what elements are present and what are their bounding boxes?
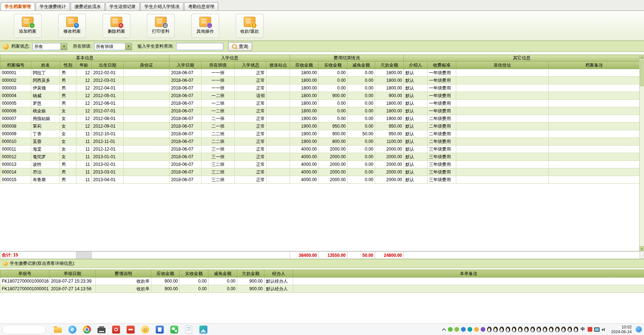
main-column-header-13[interactable]: 欠款金额 <box>375 61 404 69</box>
payment-row[interactable]: FK180727000010000162018-07-27 15:23:39收款… <box>0 278 644 285</box>
tray-expand-icon[interactable] <box>442 327 446 332</box>
payment-column-header-4[interactable]: 实收金额 <box>180 270 208 278</box>
red-app-icon-1[interactable] <box>111 325 121 334</box>
tray-red-icon[interactable] <box>588 327 592 332</box>
payment-column-header-6[interactable]: 欠款金额 <box>237 270 265 278</box>
tab-payment-stats[interactable]: 学生缴费统计 <box>36 2 70 11</box>
qq-penguin-icon[interactable] <box>543 327 547 332</box>
main-column-header-9[interactable]: 接送站点 <box>267 61 290 69</box>
main-column-header-12[interactable]: 减免金额 <box>347 61 375 69</box>
student-row[interactable]: 000002阿西莫多男122012-03-012018-06-07一一班正常18… <box>0 77 640 84</box>
tray-monitor-icon[interactable] <box>594 327 600 332</box>
qq-penguin-icon[interactable] <box>574 327 578 332</box>
qq-penguin-icon[interactable] <box>568 327 572 332</box>
tab-leave-records[interactable]: 学生请假记录 <box>106 2 140 11</box>
add-archive-button[interactable]: ＋添加档案 <box>14 14 41 38</box>
student-row[interactable]: 000005罗恩男122012-06-012018-06-07一二班正常1800… <box>0 100 640 107</box>
main-column-header-11[interactable]: 实收金额 <box>319 61 347 69</box>
payment-column-header-8[interactable]: 本单备注 <box>293 270 644 278</box>
student-row[interactable]: 000015布鲁斯男112013-04-012018-06-07三二班正常400… <box>0 176 640 184</box>
tab-referral-enrollment[interactable]: 学生介绍入学情况 <box>140 2 183 11</box>
student-row[interactable]: 000014乔治男112013-03-012018-06-07三二班正常4000… <box>0 168 640 176</box>
chevron-down-icon[interactable]: ▼ <box>125 43 132 50</box>
main-column-header-3[interactable]: 年龄 <box>76 61 92 69</box>
qq-penguin-icon[interactable] <box>555 327 560 332</box>
student-row[interactable]: 000007拇指姑娘女122012-08-012018-06-07二一班正常19… <box>0 115 640 123</box>
chrome-icon[interactable] <box>82 325 92 334</box>
other-operations-button[interactable]: …其他操作 <box>191 14 219 38</box>
archive-status-dropdown[interactable]: 所有 ▼ <box>32 43 67 50</box>
qq-penguin-icon[interactable] <box>500 327 504 332</box>
student-row[interactable]: 000003伊莫顿男122012-04-012018-06-07一一班正常180… <box>0 84 640 92</box>
student-row[interactable]: 000012曼陀罗女112013-01-012018-06-07三一班正常400… <box>0 153 640 161</box>
main-column-header-10[interactable]: 应收金额 <box>290 61 319 69</box>
folder-icon[interactable] <box>53 325 63 334</box>
ie-browser-icon[interactable]: e <box>68 325 77 334</box>
payment-column-header-0[interactable]: 单据号 <box>0 270 49 278</box>
payment-column-header-2[interactable]: 费项说明 <box>96 270 151 278</box>
student-search-input[interactable] <box>176 43 223 50</box>
notification-badge-icon[interactable] <box>636 326 642 332</box>
print-material-button[interactable]: ▤打印资料 <box>147 14 175 38</box>
tab-student-archive[interactable]: 学生档案管理 <box>1 2 35 11</box>
main-column-header-15[interactable]: 收费标准 <box>428 61 456 69</box>
scroll-up-arrow-icon[interactable]: ▲ <box>640 55 644 59</box>
qq-penguin-icon[interactable] <box>493 327 498 332</box>
class-dropdown[interactable]: 所有班级 ▼ <box>94 43 132 50</box>
payment-row[interactable]: FK180727000010000012018-07-27 14:13:56收款… <box>0 285 644 293</box>
chevron-down-icon[interactable]: ▼ <box>60 43 67 50</box>
delete-archive-button[interactable]: ✕删除档案 <box>103 14 130 38</box>
qq-penguin-icon[interactable] <box>561 327 566 332</box>
qq-penguin-icon[interactable] <box>506 327 510 332</box>
tray-app-icon-2[interactable] <box>454 327 459 332</box>
student-row[interactable]: 000010芙蓉女112012-11-012018-06-07二二班正常1900… <box>0 138 640 145</box>
red-app-icon-2[interactable] <box>126 325 135 334</box>
payment-column-header-3[interactable]: 应收金额 <box>151 270 180 278</box>
qq-penguin-icon[interactable] <box>512 327 516 332</box>
student-row[interactable]: 000008茉莉女122012-09-012018-06-07二一班正常1900… <box>0 123 640 130</box>
query-button[interactable]: 查询 <box>228 42 252 51</box>
printer-icon[interactable] <box>97 325 106 334</box>
main-column-header-2[interactable]: 性别 <box>60 61 76 69</box>
vertical-scrollbar[interactable]: ▲ ▼ <box>639 55 644 251</box>
scroll-down-arrow-icon[interactable]: ▼ <box>640 246 644 251</box>
tray-app-icon-1[interactable] <box>448 327 453 332</box>
main-column-header-14[interactable]: 介绍人 <box>404 61 428 69</box>
ime-indicator[interactable]: 中 <box>580 327 586 332</box>
student-row[interactable]: 000004纳威男122012-05-012018-06-07一二班请假1800… <box>0 92 640 100</box>
main-column-header-8[interactable]: 入学状态 <box>235 61 267 69</box>
qq-penguin-icon[interactable] <box>530 327 535 332</box>
tray-speaker-icon[interactable] <box>601 327 607 332</box>
student-row[interactable]: 000001阿拉丁男122012-02-012018-06-07一一班正常180… <box>0 69 640 77</box>
edit-archive-button[interactable]: ✎修改档案 <box>58 14 86 38</box>
payment-column-header-5[interactable]: 减免金额 <box>208 270 237 278</box>
student-row[interactable]: 000011海棠女112012-12-012018-06-07三一班正常4000… <box>0 145 640 153</box>
qq-penguin-icon[interactable] <box>524 327 529 332</box>
main-column-header-17[interactable]: 档案备注 <box>549 61 640 69</box>
payment-column-header-7[interactable]: 经办人 <box>265 270 293 278</box>
notepad-icon[interactable] <box>184 325 194 334</box>
qq-penguin-icon[interactable] <box>537 327 541 332</box>
main-column-header-6[interactable]: 入学日期 <box>170 61 202 69</box>
blue-app-icon[interactable] <box>155 325 164 334</box>
wechat-icon[interactable] <box>170 325 179 334</box>
taskbar-search[interactable] <box>2 325 46 334</box>
student-row[interactable]: 000013波特男112013-02-012018-06-07三二班正常4000… <box>0 161 640 168</box>
qq-penguin-icon[interactable] <box>487 327 492 332</box>
receive-refund-button[interactable]: ￥收款/退款 <box>236 14 263 38</box>
qq-penguin-icon[interactable] <box>518 327 522 332</box>
tab-payment-flow[interactable]: 缴费还款流水 <box>71 2 105 11</box>
main-column-header-7[interactable]: 所在班级 <box>202 61 235 69</box>
main-column-header-5[interactable]: 身份证 <box>124 61 170 69</box>
smiley-app-icon[interactable]: ☺ <box>140 325 150 334</box>
photo-viewer-icon[interactable] <box>199 325 208 334</box>
main-column-header-4[interactable]: 出生日期 <box>92 61 124 69</box>
main-column-header-1[interactable]: 姓名 <box>31 61 60 69</box>
payment-column-header-1[interactable]: 单据日期 <box>49 270 96 278</box>
tray-app-icon-3[interactable] <box>461 327 466 332</box>
student-row[interactable]: 000009丁香女112012-10-012018-06-07二二班正常1900… <box>0 130 640 138</box>
taskbar-clock[interactable]: 10:02 2024-06-14 <box>611 325 632 334</box>
tray-app-icon-5[interactable] <box>474 327 479 332</box>
tray-app-icon-4[interactable] <box>468 327 472 332</box>
scrollbar-thumb[interactable] <box>640 60 644 86</box>
